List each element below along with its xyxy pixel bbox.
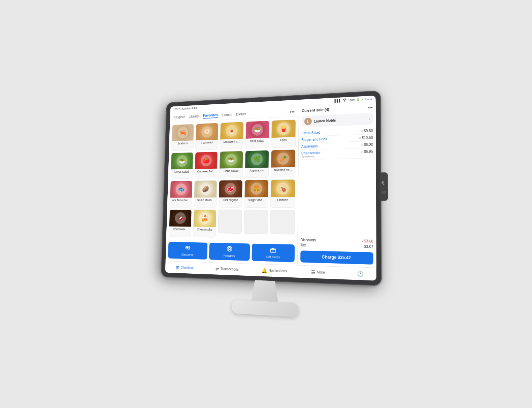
- nav-checkout[interactable]: ⊞ Checkout: [176, 265, 194, 270]
- item-image: 🥗: [171, 152, 193, 169]
- scene: 12:37 PM Mon Jul 3 ▌▌▌ 100% 🔋: [114, 86, 418, 322]
- action-buttons: Discounts Rewards: [166, 239, 298, 265]
- discounts-icon: [185, 245, 191, 252]
- transactions-label: Transactions: [221, 267, 239, 271]
- empty-item-slot: [243, 209, 268, 234]
- tab-favorites[interactable]: Favorites: [203, 113, 218, 118]
- menu-item-cobb-salad[interactable]: 🥗Cobb Salad: [219, 150, 243, 178]
- empty-item-slot: [218, 209, 242, 234]
- menu-item-macaroni-a...[interactable]: 🍝Macaroni a...: [220, 122, 244, 149]
- nav-notifications[interactable]: 🔔 Notifications: [262, 268, 287, 274]
- svg-point-2: [186, 246, 188, 248]
- charge-label: Charge $35.42: [322, 254, 351, 260]
- item-image: 🥗: [220, 151, 243, 168]
- menu-item-scallops[interactable]: 🦐Scallops: [171, 124, 194, 151]
- stand-neck: [248, 280, 282, 302]
- item-image: 🍔: [244, 180, 268, 197]
- order-item-name: Citrus Salad: [301, 131, 320, 135]
- status-time: 12:37 PM Mon Jul 3: [173, 106, 197, 111]
- item-name-label: Caprese Sal...: [195, 168, 217, 174]
- item-image: 🦐: [172, 124, 194, 141]
- item-name-label: Citrus Salad: [171, 169, 193, 174]
- item-image: 🥗: [245, 121, 269, 139]
- order-item-name: Asparagus: [301, 144, 318, 148]
- item-image: 🫓: [196, 123, 219, 140]
- menu-item-cheesecake[interactable]: 🍰Cheesecake: [193, 209, 217, 238]
- item-name-label: Beet Salad: [245, 138, 269, 144]
- order-item[interactable]: CheesecakeStrawberry◇$6.95: [301, 148, 373, 160]
- left-panel: Keypad Library Favorites Lunch Dinner ••…: [166, 106, 299, 265]
- svg-point-1: [344, 101, 345, 102]
- stand-base: [231, 300, 299, 317]
- nav-clock[interactable]: 🕐: [357, 271, 364, 277]
- item-name-label: Chocolate...: [169, 226, 191, 232]
- menu-item-caprese-sal...[interactable]: 🍅Caprese Sal...: [195, 151, 218, 179]
- item-image: 🌿: [245, 150, 269, 168]
- empty-item-slot: [270, 210, 295, 235]
- item-name-label: Flatbread: [196, 140, 218, 145]
- gift-cards-button[interactable]: Gift Cards: [252, 244, 295, 262]
- menu-item-chicken[interactable]: 🍗Chicken: [270, 179, 295, 207]
- order-items-list: Citrus Salad◇$9.50Burger and Fries◇$13.5…: [301, 127, 373, 236]
- customer-name: Lauren Noble: [314, 118, 336, 123]
- discounts-button[interactable]: Discounts: [168, 242, 207, 260]
- tax-row: Tax $3.07: [300, 243, 373, 249]
- discounts-label: Discounts: [181, 253, 194, 257]
- item-name-label: Ahi Tuna Sal...: [170, 198, 192, 203]
- discounts-total-label: Discounts: [301, 238, 316, 242]
- nav-more-button[interactable]: •••: [290, 109, 295, 114]
- charge-button[interactable]: Charge $35.42: [300, 250, 373, 265]
- menu-item-filet-mignon[interactable]: 🥩Filet Mignon: [219, 180, 242, 207]
- nfc-icon: [380, 180, 387, 188]
- screen-content: Keypad Library Favorites Lunch Dinner ••…: [166, 102, 376, 268]
- menu-item-beet-salad[interactable]: 🥗Beet Salad: [245, 121, 269, 149]
- order-item-name: Cheesecake: [301, 151, 321, 155]
- menu-item-asparagus[interactable]: 🌿Asparagus: [244, 150, 269, 178]
- item-name-label: Filet Mignon: [219, 197, 242, 203]
- rewards-icon: [226, 246, 232, 253]
- menu-item-garlic-mash...[interactable]: 🥔Garlic Mash...: [194, 180, 217, 207]
- svg-point-3: [188, 248, 189, 249]
- menu-item-roasted-ve...[interactable]: 🥕Roasted Ve...: [271, 149, 296, 177]
- menu-item-citrus-salad[interactable]: 🥗Citrus Salad: [170, 152, 193, 179]
- menu-item-burger-and...[interactable]: 🍔Burger and...: [244, 179, 269, 207]
- tab-dinner[interactable]: Dinner: [236, 112, 246, 117]
- notifications-label: Notifications: [268, 269, 287, 273]
- menu-item-flatbread[interactable]: 🫓Flatbread: [195, 123, 219, 150]
- rewards-label: Rewards: [224, 254, 235, 258]
- item-image: 🐟: [170, 181, 192, 198]
- sale-more-button[interactable]: •••: [367, 105, 373, 110]
- customer-row[interactable]: L Lauren Noble ›: [302, 113, 373, 127]
- item-name-label: Scallops: [172, 140, 193, 146]
- item-image: 🍰: [194, 210, 217, 227]
- stand-label: ✓ Stand: [361, 97, 372, 101]
- gift-cards-label: Gift Cards: [266, 255, 280, 259]
- battery-label: 100% 🔋: [348, 98, 360, 102]
- menu-item-chocolate...[interactable]: 🍫Chocolate...: [169, 209, 192, 237]
- item-name-label: Asparagus: [245, 167, 268, 173]
- wifi-icon: [343, 98, 347, 102]
- order-item-name: Burger and Fries: [301, 137, 327, 142]
- order-item-price: ◇$6.95: [361, 149, 373, 154]
- menu-item-fries[interactable]: 🍟Fries: [271, 119, 296, 148]
- sale-title: Current sale (4): [302, 107, 329, 113]
- item-image: 🥩: [219, 180, 242, 197]
- transactions-icon: ⇄: [215, 266, 219, 271]
- order-item-price: ◇$9.50: [361, 129, 373, 133]
- clock-icon: 🕐: [357, 271, 364, 277]
- item-name-label: Burger and...: [244, 197, 268, 203]
- tab-lunch[interactable]: Lunch: [222, 112, 232, 117]
- tab-library[interactable]: Library: [189, 114, 199, 119]
- more-icon: ☰: [311, 269, 315, 275]
- card-slot: [381, 191, 386, 194]
- rewards-button[interactable]: Rewards: [209, 243, 250, 261]
- device-wrapper: 12:37 PM Mon Jul 3 ▌▌▌ 100% 🔋: [160, 91, 382, 322]
- item-image: 🍅: [195, 151, 218, 169]
- tab-keypad[interactable]: Keypad: [173, 115, 185, 120]
- item-image: 🥕: [271, 149, 295, 167]
- menu-item-ahi-tuna-sal...[interactable]: 🐟Ahi Tuna Sal...: [170, 180, 193, 207]
- item-name-label: Chicken: [271, 197, 295, 203]
- nav-transactions[interactable]: ⇄ Transactions: [215, 266, 239, 272]
- nav-more[interactable]: ☰ More: [311, 269, 325, 275]
- tablet-device: 12:37 PM Mon Jul 3 ▌▌▌ 100% 🔋: [161, 91, 382, 286]
